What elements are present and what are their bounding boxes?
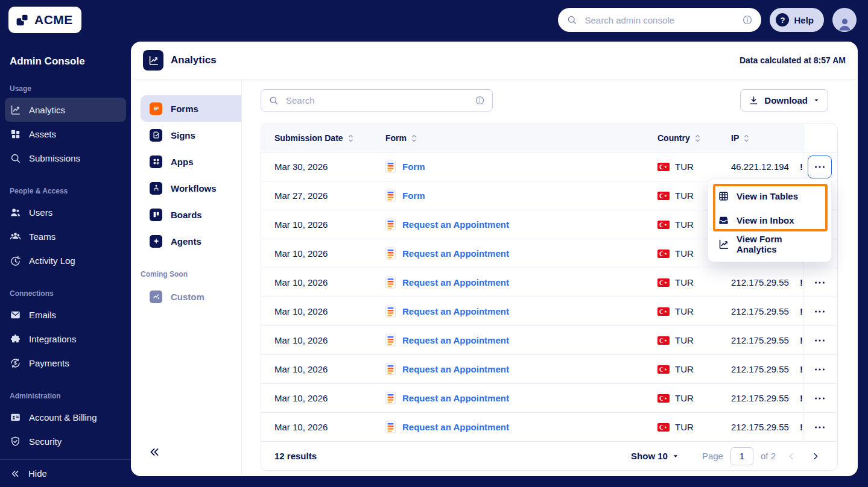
row-actions-button[interactable] (808, 300, 832, 323)
sidebar-item-emails[interactable]: Emails (5, 303, 126, 327)
column-header-ip[interactable]: IP (731, 133, 803, 143)
chevron-down-icon (813, 97, 820, 104)
form-link[interactable]: Form (402, 162, 425, 172)
collapse-subnav-button[interactable] (148, 445, 161, 459)
row-actions-button[interactable] (808, 387, 832, 410)
sort-icon[interactable] (410, 133, 418, 143)
submission-date-cell: Mar 10, 2026 (274, 277, 385, 287)
analytics-icon (10, 104, 21, 116)
sidebar-item-analytics[interactable]: Analytics (5, 98, 126, 122)
country-cell: TUR (657, 393, 731, 403)
subnav-item-custom[interactable]: Custom (141, 283, 241, 310)
inbox-icon (718, 215, 729, 226)
menu-item-view-in-tables[interactable]: View in Tables (708, 184, 831, 208)
turkey-flag-icon (657, 278, 670, 287)
sidebar-item-security[interactable]: Security (5, 429, 126, 453)
form-icon (385, 334, 396, 347)
submission-date-cell: Mar 10, 2026 (274, 364, 385, 374)
row-actions-button[interactable] (808, 156, 832, 178)
column-header-country[interactable]: Country (657, 133, 731, 143)
table-search-input[interactable] (285, 95, 469, 106)
sidebar-hide-button[interactable]: Hide (0, 459, 131, 487)
acme-logo-text: ACME (34, 13, 73, 27)
form-icon (385, 392, 396, 404)
turkey-flag-icon (657, 307, 670, 316)
sidebar-item-account-billing[interactable]: Account & Billing (5, 405, 126, 429)
subnav-item-signs[interactable]: Signs (141, 122, 241, 148)
info-icon[interactable] (742, 14, 753, 25)
form-link[interactable]: Request an Appointment (402, 422, 509, 432)
person-icon (837, 16, 853, 32)
download-icon (749, 95, 759, 105)
card-icon (10, 412, 21, 423)
analytics-card: Analytics Data calculated at 8:57 AM For… (131, 42, 858, 476)
assets-icon (10, 128, 21, 140)
country-cell: TUR (657, 162, 731, 172)
turkey-flag-icon (657, 163, 670, 171)
next-page-button[interactable] (807, 447, 824, 465)
sidebar: Admin Console Usage Analytics Assets Sub… (0, 40, 131, 487)
sidebar-item-submissions[interactable]: Submissions (5, 146, 126, 170)
form-link[interactable]: Request an Appointment (402, 335, 509, 345)
sidebar-item-users[interactable]: Users (5, 200, 126, 224)
subnav-item-apps[interactable]: Apps (141, 148, 241, 175)
ip-cell: 212.175.29.55 ! (731, 413, 803, 441)
ip-cell: 212.175.29.55 ! (731, 326, 803, 354)
form-icon (385, 421, 396, 433)
chevron-right-icon (811, 451, 820, 461)
acme-logo[interactable]: ACME (8, 7, 81, 33)
sidebar-item-assets[interactable]: Assets (5, 122, 126, 146)
sort-icon[interactable] (347, 133, 355, 143)
previous-page-button[interactable] (783, 447, 800, 465)
svg-text:$: $ (14, 360, 17, 366)
form-link[interactable]: Form (402, 190, 425, 201)
table-search[interactable] (261, 89, 493, 112)
sidebar-item-teams[interactable]: Teams (5, 224, 126, 248)
row-actions-button[interactable] (808, 329, 832, 352)
download-button[interactable]: Download (740, 89, 828, 112)
coming-soon-label: Coming Soon (141, 270, 241, 278)
chevron-left-icon (787, 451, 796, 461)
turkey-flag-icon (657, 250, 670, 258)
row-actions-button[interactable] (808, 416, 832, 439)
sort-icon[interactable] (694, 133, 702, 143)
chevrons-left-icon (10, 468, 21, 479)
form-link[interactable]: Request an Appointment (402, 306, 509, 316)
form-link[interactable]: Request an Appointment (402, 219, 509, 230)
subnav-item-workflows[interactable]: Workflows (141, 175, 241, 201)
admin-search[interactable] (558, 8, 761, 32)
row-actions-button[interactable] (808, 358, 832, 381)
page-number-input[interactable] (730, 447, 753, 465)
sidebar-item-integrations[interactable]: Integrations (5, 327, 126, 351)
ellipsis-icon (813, 305, 826, 318)
info-icon[interactable] (475, 95, 485, 105)
subnav-item-forms[interactable]: Forms (141, 95, 241, 122)
turkey-flag-icon (657, 221, 670, 229)
sidebar-item-payments[interactable]: $ Payments (5, 351, 126, 375)
column-header-form[interactable]: Form (385, 133, 657, 143)
sidebar-item-activity-log[interactable]: Activity Log (5, 248, 126, 272)
avatar[interactable] (832, 8, 857, 32)
card-header: Analytics Data calculated at 8:57 AM (131, 42, 858, 80)
submission-date-cell: Mar 10, 2026 (274, 248, 385, 259)
menu-item-view-form-analytics[interactable]: View Form Analytics (708, 232, 831, 256)
form-link[interactable]: Request an Appointment (402, 277, 509, 287)
sidebar-title: Admin Console (10, 55, 121, 68)
row-actions-button[interactable] (808, 271, 832, 294)
subnav-item-agents[interactable]: Agents (141, 228, 241, 254)
show-per-page-select[interactable]: Show 10 (627, 450, 683, 462)
ip-cell: 212.175.29.55 ! (731, 297, 803, 325)
admin-search-input[interactable] (583, 14, 736, 26)
sort-icon[interactable] (743, 133, 750, 143)
form-link[interactable]: Request an Appointment (402, 393, 509, 403)
sidebar-section-label: Connections (10, 289, 121, 298)
column-header-submission-date[interactable]: Submission Date (274, 133, 385, 143)
form-link[interactable]: Request an Appointment (402, 248, 509, 259)
ellipsis-icon (813, 334, 826, 347)
subnav-item-boards[interactable]: Boards (141, 201, 241, 228)
form-link[interactable]: Request an Appointment (402, 364, 509, 374)
menu-item-view-in-inbox[interactable]: View in Inbox (708, 208, 831, 232)
data-calculated-label: Data calculated at 8:57 AM (740, 55, 846, 65)
help-button[interactable]: ? Help (770, 8, 824, 32)
ip-cell: 212.175.29.55 ! (731, 355, 803, 383)
